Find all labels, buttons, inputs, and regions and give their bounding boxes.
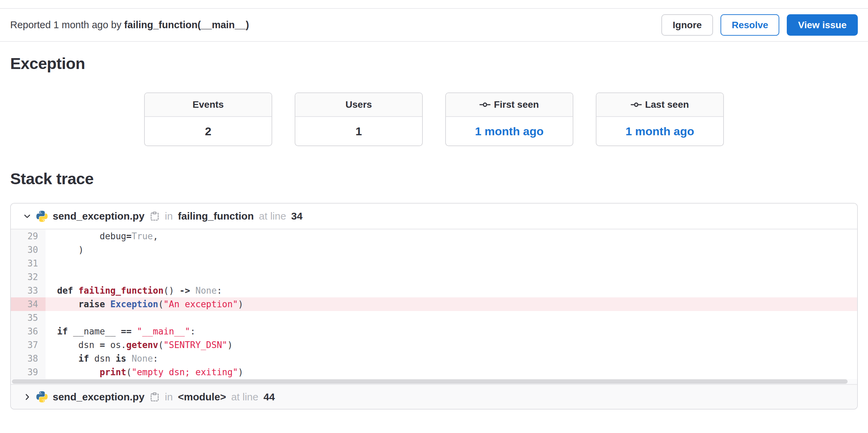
reported-text: Reported 1 month ago by failing_function… [10,19,249,31]
code-line: 36if __name__ == "__main__": [11,325,857,338]
view-issue-button[interactable]: View issue [787,14,858,36]
stat-label: Last seen [645,99,689,110]
frame-in-label: in [165,210,173,222]
frame-line-number: 44 [263,391,275,403]
code-line: 39 print("empty dsn; exiting") [11,365,857,379]
stat-card-header: Users [295,93,422,117]
code-text: debug=True, [46,229,857,243]
frame-filename: send_exception.py [53,391,144,403]
action-buttons: Ignore Resolve View issue [661,14,858,36]
stat-value[interactable]: 1 month ago [596,117,723,145]
horizontal-scrollbar[interactable] [11,379,857,384]
stack-frame-header-collapsed[interactable]: send_exception.py in <module> at line 44 [11,384,857,409]
stat-value: 2 [145,117,272,145]
stat-label: Events [193,99,224,110]
culprit: failing_function(__main__) [124,19,249,30]
stat-card: Users 1 [295,92,423,146]
line-number: 39 [11,365,46,379]
line-number: 37 [11,338,46,352]
stat-value[interactable]: 1 month ago [446,117,573,145]
stack-frame-header-expanded[interactable]: send_exception.py in failing_function at… [11,204,857,229]
copy-icon[interactable] [150,392,160,402]
stat-card: First seen 1 month ago [445,92,573,146]
stat-label: Users [346,99,372,110]
code-line: 32 [11,270,857,284]
code-text: if __name__ == "__main__": [46,325,857,338]
ignore-button[interactable]: Ignore [661,14,713,36]
stats-row: Events 2 Users 1 First seen 1 month ago [0,92,868,146]
code-text: if dsn is None: [46,352,857,365]
python-icon [36,211,48,222]
code-text: def failing_function() -> None: [46,284,857,297]
frame-filename: send_exception.py [53,210,144,222]
chevron-right-icon[interactable] [23,393,31,401]
code-text: dsn = os.getenv("SENTRY_DSN") [46,338,857,352]
code-line: 29 debug=True, [11,229,857,243]
python-icon [36,391,48,402]
code-line: 35 [11,311,857,325]
chevron-down-icon[interactable] [23,212,31,220]
line-number: 36 [11,325,46,338]
code-text [46,270,857,284]
code-text: ) [46,243,857,257]
line-number: 29 [11,229,46,243]
stat-card-header: Last seen [596,93,723,117]
commit-icon [480,99,490,110]
line-number: 32 [11,270,46,284]
exception-title: Exception [10,54,868,73]
stat-card-header: Events [145,93,272,117]
code-text [46,311,857,325]
frame-at-label: at line [259,210,286,222]
stack-trace-title: Stack trace [10,169,868,188]
frame-function: <module> [178,391,226,403]
frame-function: failing_function [178,210,254,222]
code-text [46,257,857,270]
commit-icon [631,99,642,110]
code-text: raise Exception("An exception") [46,297,857,311]
code-text: print("empty dsn; exiting") [46,365,857,379]
line-number: 31 [11,257,46,270]
stat-value: 1 [295,117,422,145]
reported-prefix: Reported 1 month ago by [10,19,121,30]
stat-card: Events 2 [144,92,272,146]
code-line: 37 dsn = os.getenv("SENTRY_DSN") [11,338,857,352]
code-line: 31 [11,257,857,270]
frame-at-label: at line [231,391,258,403]
code-line-highlighted: 34 raise Exception("An exception") [11,297,857,311]
line-number: 38 [11,352,46,365]
scrollbar-thumb[interactable] [12,379,848,384]
frame-line-number: 34 [291,210,302,222]
code-block: 29 debug=True,30 )313233def failing_func… [11,229,857,379]
line-number: 34 [11,297,46,311]
stat-label: First seen [494,99,539,110]
code-line: 33def failing_function() -> None: [11,284,857,297]
stat-card: Last seen 1 month ago [596,92,724,146]
stat-card-header: First seen [446,93,573,117]
line-number: 35 [11,311,46,325]
line-number: 30 [11,243,46,257]
code-line: 38 if dsn is None: [11,352,857,365]
line-number: 33 [11,284,46,297]
stack-trace-panel: send_exception.py in failing_function at… [10,203,858,410]
report-header: Reported 1 month ago by failing_function… [0,9,868,42]
frame-in-label: in [165,391,173,403]
copy-icon[interactable] [150,211,160,221]
resolve-button[interactable]: Resolve [721,14,779,36]
code-line: 30 ) [11,243,857,257]
